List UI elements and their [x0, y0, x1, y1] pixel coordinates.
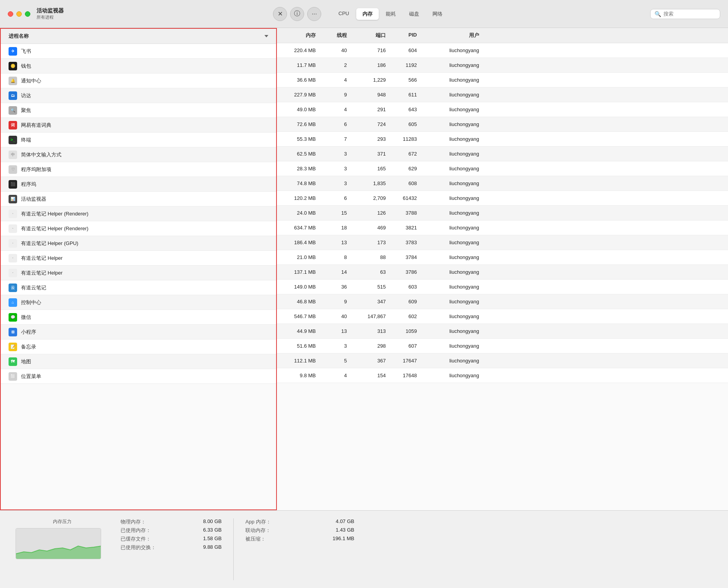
process-row[interactable]: 🪙钱包 — [1, 59, 276, 74]
data-row[interactable]: 51.6 MB3298607liuchongyang — [277, 339, 728, 354]
tab-CPU[interactable]: CPU — [332, 8, 355, 20]
data-row[interactable]: 49.0 MB4291643liuchongyang — [277, 102, 728, 117]
process-icon: · — [9, 210, 17, 218]
stats-panel: 内存压力 物理内存： 8.00 GB 已使用内存： 6.33 GB 已缓存文件：… — [0, 510, 728, 588]
data-cell: 724 — [355, 119, 394, 130]
search-bar[interactable]: 🔍 — [650, 9, 720, 19]
process-row[interactable]: 📝备忘录 — [1, 340, 276, 354]
process-row[interactable]: 📊活动监视器 — [1, 192, 276, 206]
process-icon: ⬛ — [9, 180, 17, 189]
data-row[interactable]: 21.0 MB8883784liuchongyang — [277, 250, 728, 265]
sort-chevron-icon[interactable] — [264, 35, 268, 37]
data-cell: 643 — [394, 104, 425, 115]
data-cell: 17648 — [394, 370, 425, 381]
data-row[interactable]: 28.3 MB3165629liuchongyang — [277, 161, 728, 176]
data-cell: 3 — [324, 149, 355, 159]
data-cell: 51.6 MB — [277, 341, 324, 351]
tab-能耗[interactable]: 能耗 — [380, 8, 402, 20]
data-row[interactable]: 44.9 MB133131059liuchongyang — [277, 324, 728, 339]
column-header-端口[interactable]: 端口 — [355, 32, 394, 39]
data-cell: 8 — [324, 252, 355, 262]
app-memory-value: 4.07 GB — [336, 518, 354, 525]
data-row[interactable]: 24.0 MB151263788liuchongyang — [277, 206, 728, 220]
data-cell: 9 — [324, 89, 355, 100]
process-row[interactable]: ·有道云笔记 Helper (Renderer) — [1, 221, 276, 236]
process-row[interactable]: 🗂访达 — [1, 88, 276, 103]
close-process-button[interactable]: ✕ — [273, 7, 287, 21]
data-cell: liuchongyang — [425, 355, 487, 366]
minimize-button[interactable] — [16, 11, 22, 17]
data-row[interactable]: 36.6 MB41,229566liuchongyang — [277, 73, 728, 88]
data-row[interactable]: 62.5 MB3371672liuchongyang — [277, 147, 728, 161]
process-row[interactable]: 词网易有道词典 — [1, 118, 276, 133]
data-row[interactable]: 11.7 MB21861192liuchongyang — [277, 58, 728, 73]
column-header-用户[interactable]: 用户 — [425, 32, 487, 39]
process-row[interactable]: 🗺地图 — [1, 354, 276, 369]
data-row[interactable]: 227.9 MB9948611liuchongyang — [277, 88, 728, 102]
process-row[interactable]: 云有道云笔记 — [1, 280, 276, 295]
data-row[interactable]: 9.8 MB415417648liuchongyang — [277, 368, 728, 383]
more-button[interactable]: ··· — [307, 7, 321, 21]
process-row[interactable]: >_终端 — [1, 133, 276, 147]
process-row[interactable]: ♡程序坞附加项 — [1, 162, 276, 177]
data-cell: 566 — [394, 75, 425, 85]
process-icon: 📝 — [9, 343, 17, 351]
data-cell: 126 — [355, 208, 394, 218]
tab-内存[interactable]: 内存 — [356, 8, 379, 20]
process-row[interactable]: ✈飞书 — [1, 44, 276, 59]
data-cell: 3821 — [394, 222, 425, 233]
data-row[interactable]: 137.1 MB14633786liuchongyang — [277, 265, 728, 280]
data-row[interactable]: 634.7 MB184693821liuchongyang — [277, 220, 728, 235]
maximize-button[interactable] — [25, 11, 30, 17]
info-button[interactable]: ⓘ — [290, 7, 304, 21]
close-button[interactable] — [8, 11, 13, 17]
data-cell: liuchongyang — [425, 341, 487, 351]
column-header-内存[interactable]: 内存 — [277, 32, 324, 39]
data-cell: 602 — [394, 311, 425, 322]
physical-memory-row: 物理内存： 8.00 GB — [121, 518, 222, 525]
column-header-线程[interactable]: 线程 — [324, 32, 355, 39]
tab-磁盘[interactable]: 磁盘 — [403, 8, 425, 20]
process-row[interactable]: ⌂控制中心 — [1, 295, 276, 310]
process-row[interactable]: ⬜位置菜单 — [1, 369, 276, 384]
data-cell: 634.7 MB — [277, 222, 324, 233]
physical-memory-label: 物理内存： — [121, 518, 146, 525]
process-row[interactable]: ·有道云笔记 Helper — [1, 266, 276, 280]
data-cell: 367 — [355, 355, 394, 366]
process-row[interactable]: ·有道云笔记 Helper (GPU) — [1, 236, 276, 251]
data-cell: 1192 — [394, 60, 425, 70]
data-cell: 546.7 MB — [277, 311, 324, 322]
process-row[interactable]: ·有道云笔记 Helper — [1, 251, 276, 266]
data-row[interactable]: 46.8 MB9347609liuchongyang — [277, 294, 728, 309]
process-row[interactable]: 🔍聚焦 — [1, 103, 276, 118]
data-cell: liuchongyang — [425, 252, 487, 262]
data-row[interactable]: 120.2 MB62,70961432liuchongyang — [277, 191, 728, 206]
memory-graph-svg — [16, 528, 101, 559]
tab-网络[interactable]: 网络 — [426, 8, 449, 20]
data-row[interactable]: 72.6 MB6724605liuchongyang — [277, 117, 728, 132]
process-row[interactable]: 💬微信 — [1, 310, 276, 325]
process-icon: 📊 — [9, 195, 17, 203]
process-row[interactable]: 中简体中文输入方式 — [1, 147, 276, 162]
data-cell: liuchongyang — [425, 45, 487, 56]
data-row[interactable]: 74.8 MB31,835608liuchongyang — [277, 176, 728, 191]
process-list-header: 进程名称 — [1, 29, 276, 44]
data-cell: 186 — [355, 60, 394, 70]
process-row[interactable]: ·有道云笔记 Helper (Renderer) — [1, 206, 276, 221]
data-row[interactable]: 220.4 MB40716604liuchongyang — [277, 43, 728, 58]
data-row[interactable]: 546.7 MB40147,867602liuchongyang — [277, 309, 728, 324]
memory-pressure-block: 内存压力 — [16, 518, 109, 559]
search-input[interactable] — [663, 11, 710, 17]
data-row[interactable]: 186.4 MB131733783liuchongyang — [277, 235, 728, 250]
process-row[interactable]: 🔔通知中心 — [1, 74, 276, 88]
data-row[interactable]: 149.0 MB36515603liuchongyang — [277, 280, 728, 294]
data-cell: 62.5 MB — [277, 149, 324, 159]
data-cell: 6 — [324, 119, 355, 130]
data-cell: 1059 — [394, 326, 425, 336]
data-row[interactable]: 112.1 MB536717647liuchongyang — [277, 354, 728, 368]
data-cell: 3784 — [394, 252, 425, 262]
process-row[interactable]: ⊞小程序 — [1, 325, 276, 340]
data-row[interactable]: 55.3 MB729311283liuchongyang — [277, 132, 728, 147]
column-header-PID[interactable]: PID — [394, 32, 425, 39]
process-row[interactable]: ⬛程序坞 — [1, 177, 276, 192]
